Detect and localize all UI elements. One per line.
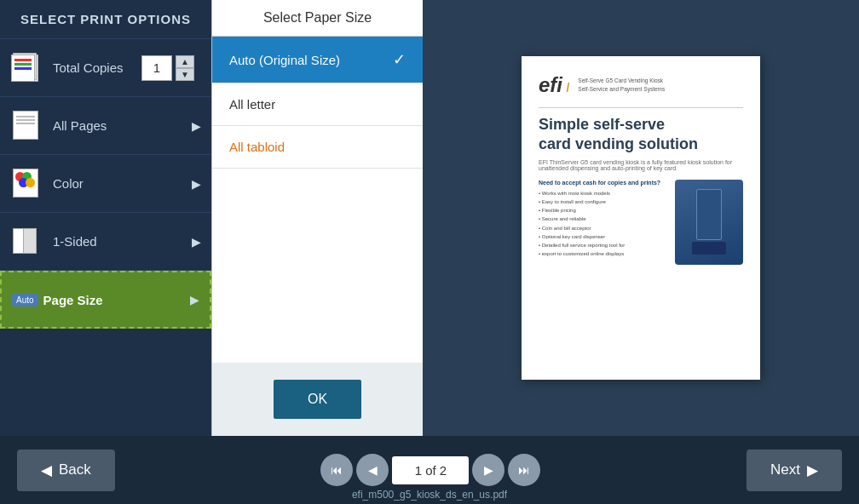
next-label: Next xyxy=(770,461,800,478)
check-icon: ✓ xyxy=(393,50,406,69)
preview-area: efi / Self-Serve G5 Card Vending Kiosk S… xyxy=(423,0,859,436)
preview-logo: efi xyxy=(539,73,562,96)
preview-logo-tagline: Self-Serve G5 Card Vending Kiosk Self-Se… xyxy=(578,77,665,94)
next-page-nav-button[interactable]: ▶ xyxy=(472,454,504,486)
next-button[interactable]: Next ▶ xyxy=(747,450,842,491)
page-size-arrow-icon: ▶ xyxy=(190,293,199,306)
option-auto[interactable]: Auto (Original Size) ✓ xyxy=(212,37,423,83)
dropdown-options: Auto (Original Size) ✓ All letter All ta… xyxy=(212,37,423,200)
last-page-button[interactable]: ⏭ xyxy=(508,454,540,486)
bullet-7: Detailed full service reporting tool for xyxy=(539,241,666,249)
back-label: Back xyxy=(59,461,91,478)
preview-page: efi / Self-Serve G5 Card Vending Kiosk S… xyxy=(522,56,760,380)
bullet-6: Optional key card dispenser xyxy=(539,232,666,241)
first-page-button[interactable]: ⏮ xyxy=(320,454,353,486)
sided-label: 1-Sided xyxy=(53,234,192,249)
option-tabloid[interactable]: All tabloid xyxy=(212,126,423,169)
back-arrow-icon: ◀ xyxy=(41,461,52,479)
page-controls: ⏮ ◀ 1 of 2 ▶ ⏭ xyxy=(320,454,540,486)
bullet-5: Coin and bill acceptor xyxy=(539,224,666,232)
preview-need-heading: Need to accept cash for copies and print… xyxy=(539,180,666,186)
prev-page-button[interactable]: ◀ xyxy=(356,454,389,486)
sidebar-item-total-copies[interactable]: Total Copies 1 ▲ ▼ xyxy=(0,39,211,97)
preview-logo-accent: / xyxy=(566,81,569,94)
option-letter[interactable]: All letter xyxy=(212,83,423,126)
paper-size-dropdown: Select Paper Size Auto (Original Size) ✓… xyxy=(211,0,423,436)
dropdown-footer: OK xyxy=(212,363,423,436)
sidebar-item-color[interactable]: Color ▶ xyxy=(0,155,211,213)
bullet-3: Flexible pricing xyxy=(539,206,666,215)
bullet-2: Easy to install and configure xyxy=(539,198,666,206)
sidebar: SELECT PRINT OPTIONS Total Copies 1 ▲ ▼ xyxy=(0,0,211,436)
back-button[interactable]: ◀ Back xyxy=(17,450,115,491)
preview-heading: Simple self-servecard vending solution xyxy=(539,115,743,155)
sidebar-item-page-size[interactable]: Auto Page Size ▶ xyxy=(0,271,211,329)
preview-logo-area: efi / Self-Serve G5 Card Vending Kiosk S… xyxy=(539,73,743,97)
spin-down-button[interactable]: ▼ xyxy=(176,68,194,81)
bullet-1: Works with most kiosk models xyxy=(539,189,666,198)
page-size-badge: Auto xyxy=(12,294,38,306)
kiosk-image xyxy=(675,180,743,265)
bottom-bar: ◀ Back ⏮ ◀ 1 of 2 ▶ ⏭ Next ▶ efi_m500_g5… xyxy=(0,436,859,504)
preview-divider xyxy=(539,107,743,108)
option-auto-label: Auto (Original Size) xyxy=(229,53,340,67)
total-copies-icon xyxy=(10,52,43,84)
all-pages-label: All Pages xyxy=(53,118,192,133)
preview-bullets: Works with most kiosk models Easy to ins… xyxy=(539,189,666,259)
sidebar-item-all-pages[interactable]: All Pages ▶ xyxy=(0,97,211,155)
page-size-label: Page Size xyxy=(43,293,190,307)
total-copies-value[interactable]: 1 xyxy=(141,55,172,81)
color-label: Color xyxy=(53,176,192,191)
all-pages-icon xyxy=(10,110,43,142)
sidebar-header: SELECT PRINT OPTIONS xyxy=(0,0,211,39)
sided-arrow-icon: ▶ xyxy=(192,235,201,249)
option-letter-label: All letter xyxy=(229,97,275,112)
ok-button[interactable]: OK xyxy=(274,380,361,419)
color-icon xyxy=(10,168,43,200)
spin-up-button[interactable]: ▲ xyxy=(176,55,194,68)
sided-icon xyxy=(10,226,43,258)
total-copies-spinner[interactable]: ▲ ▼ xyxy=(176,55,194,81)
next-arrow-icon: ▶ xyxy=(807,461,818,479)
dropdown-header: Select Paper Size xyxy=(212,0,423,37)
main-container: SELECT PRINT OPTIONS Total Copies 1 ▲ ▼ xyxy=(0,0,859,436)
total-copies-label: Total Copies xyxy=(53,60,141,75)
bullet-4: Secure and reliable xyxy=(539,215,666,223)
option-tabloid-label: All tabloid xyxy=(229,140,285,154)
color-arrow-icon: ▶ xyxy=(192,177,201,191)
bullet-8: export to customized online displays xyxy=(539,249,666,258)
bottom-filename: efi_m500_g5_kiosk_ds_en_us.pdf xyxy=(352,489,507,501)
all-pages-arrow-icon: ▶ xyxy=(192,119,201,133)
page-indicator: 1 of 2 xyxy=(392,456,469,484)
sidebar-item-sided[interactable]: 1-Sided ▶ xyxy=(0,213,211,271)
preview-subtext: EFI ThinServer G5 card vending kiosk is … xyxy=(539,159,743,171)
